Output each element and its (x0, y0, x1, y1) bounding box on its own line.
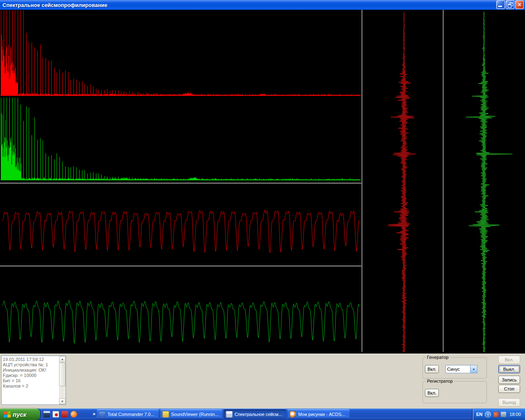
right-buttons-panel: Вкл.Выкл.ЗаписьСтопВыход (498, 354, 520, 409)
window-controls: × (496, 0, 524, 9)
task-label: Мои рисунки - ACDS... (298, 412, 345, 417)
window-title: Спектральное сейсмопрофилирование (0, 2, 107, 8)
quick-launch-overflow-chevron[interactable]: » (93, 411, 96, 417)
task-label: SoundViewer (Runnin... (171, 412, 219, 417)
tray-icon-1[interactable] (493, 412, 499, 417)
registrator-groupbox: Регистратор Вкл. (422, 381, 487, 403)
close-button[interactable]: × (515, 0, 524, 9)
acdsee-icon (290, 411, 296, 418)
quick-launch-icon-1[interactable] (43, 411, 50, 418)
taskbar-separator (41, 410, 42, 419)
exit-button: Выход (498, 398, 520, 406)
close-icon: × (516, 1, 523, 9)
record-button[interactable]: Запись (498, 376, 520, 384)
signal-type-value: Синус (446, 365, 470, 373)
signal-type-combobox[interactable]: Синус ▼ (445, 365, 477, 373)
windows-logo-icon (4, 411, 11, 418)
scroll-up-button[interactable]: ▲ (59, 356, 66, 362)
taskbar-task[interactable]: Мои рисунки - ACDS... (288, 409, 349, 419)
quick-launch (42, 409, 77, 420)
registrator-label: Регистратор (426, 379, 454, 384)
task-label: Спектральное сейсм... (235, 412, 282, 417)
quick-launch-icon-3[interactable] (62, 411, 68, 418)
log-line: 19.01.2011 17:59:12 (3, 357, 58, 362)
tray-clock[interactable]: 18:00 (509, 412, 521, 417)
tray-icons (493, 412, 506, 417)
taskbar-task[interactable]: Total Commander 7.0... (97, 409, 159, 419)
log-lines: 19.01.2011 17:59:12АЦП устройства №: 1Ин… (3, 357, 58, 389)
scroll-down-button[interactable]: ▼ (59, 398, 66, 404)
quick-launch-icon-2[interactable] (52, 411, 59, 418)
start-label: пуск (13, 411, 26, 418)
plot-area (0, 10, 525, 354)
restore-button[interactable] (506, 0, 514, 9)
registrator-on-button[interactable]: Вкл. (425, 389, 439, 397)
combo-dropdown-arrow-icon[interactable]: ▼ (470, 365, 477, 373)
application-window: Спектральное сейсмопрофилирование × 19.0… (0, 0, 525, 420)
taskbar: пуск » Total Commander 7.0...SoundViewer… (0, 409, 525, 420)
log-line: Бит = 16 (3, 378, 58, 383)
generator-groupbox: Генератор Вкл. Синус ▼ (422, 357, 487, 379)
generator-label: Генератор (426, 355, 450, 360)
power-on-button: Вкл. (498, 356, 520, 364)
minimize-button[interactable] (496, 0, 505, 9)
taskbar-task[interactable]: SoundViewer (Runnin... (160, 409, 222, 419)
language-indicator[interactable]: EN (476, 412, 482, 417)
start-button[interactable]: пуск (0, 409, 40, 420)
control-panel: 19.01.2011 17:59:12АЦП устройства №: 1Ин… (0, 354, 525, 409)
hide-icons-chevron-button[interactable]: ‹ (485, 411, 491, 418)
tray-icon-2[interactable] (501, 412, 506, 417)
taskbar-task[interactable]: Спектральное сейсм... (224, 409, 286, 419)
log-textbox[interactable]: 19.01.2011 17:59:12АЦП устройства №: 1Ин… (1, 356, 66, 405)
stop-button[interactable]: Стоп (498, 385, 520, 393)
log-line: Каналов = 2 (3, 383, 58, 389)
log-line: Инициализация: OK! (3, 368, 58, 373)
log-line: АЦП устройства №: 1 (3, 362, 58, 368)
power-off-button[interactable]: Выкл. (498, 365, 520, 373)
log-line: Fдискр. = 10000 (3, 373, 58, 378)
soundviewer-icon (162, 411, 169, 418)
total-commander-icon (99, 411, 105, 418)
log-scrollbar[interactable]: ▲ ▼ (59, 356, 66, 404)
system-tray: EN ‹ 18:00 (473, 409, 525, 420)
scroll-thumb[interactable] (59, 363, 66, 386)
task-label: Total Commander 7.0... (107, 412, 154, 417)
seismic-app-icon (226, 411, 233, 418)
window-titlebar[interactable]: Спектральное сейсмопрофилирование × (0, 0, 525, 10)
seismic-plots-canvas (0, 10, 525, 354)
minimize-icon (498, 6, 502, 7)
generator-on-button[interactable]: Вкл. (425, 365, 439, 373)
quick-launch-icon-4[interactable] (71, 411, 77, 418)
